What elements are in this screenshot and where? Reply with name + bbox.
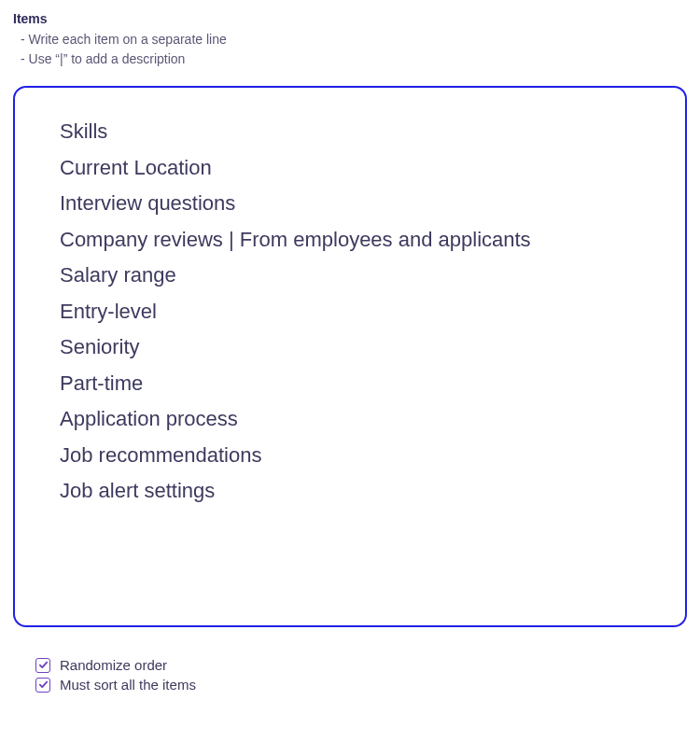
hints-block: Write each item on a separate line Use “… <box>21 30 687 69</box>
items-input[interactable] <box>13 86 687 627</box>
hint-line: Write each item on a separate line <box>21 30 687 49</box>
option-must-sort-label: Must sort all the items <box>60 677 196 693</box>
section-title: Items <box>13 11 687 26</box>
checkbox-must-sort[interactable] <box>35 678 50 693</box>
option-must-sort: Must sort all the items <box>35 677 687 693</box>
option-randomize: Randomize order <box>35 657 687 673</box>
hint-line: Use “|” to add a description <box>21 49 687 69</box>
check-icon <box>38 660 49 670</box>
option-randomize-label: Randomize order <box>60 657 167 673</box>
checkbox-randomize[interactable] <box>35 658 50 673</box>
check-icon <box>38 679 49 690</box>
options-block: Randomize order Must sort all the items <box>35 657 687 693</box>
